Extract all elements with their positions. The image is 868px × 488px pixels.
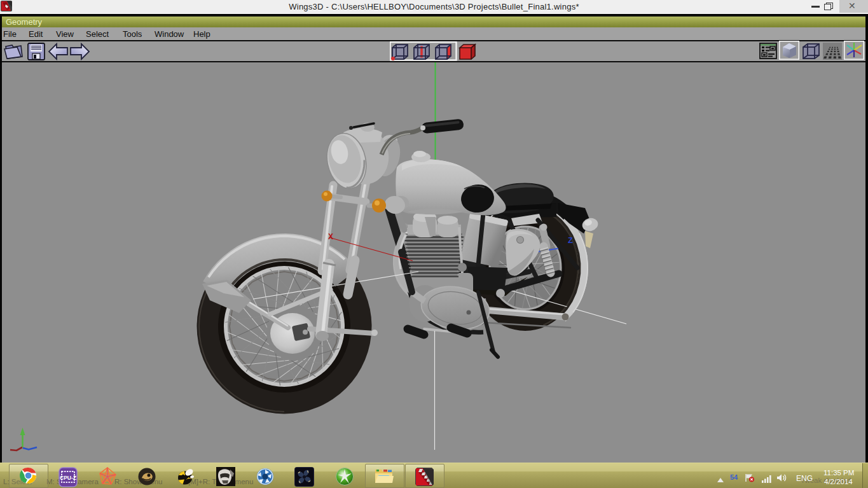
svg-text:CPU-Z: CPU-Z — [60, 475, 76, 481]
svg-text:X: X — [328, 232, 333, 241]
